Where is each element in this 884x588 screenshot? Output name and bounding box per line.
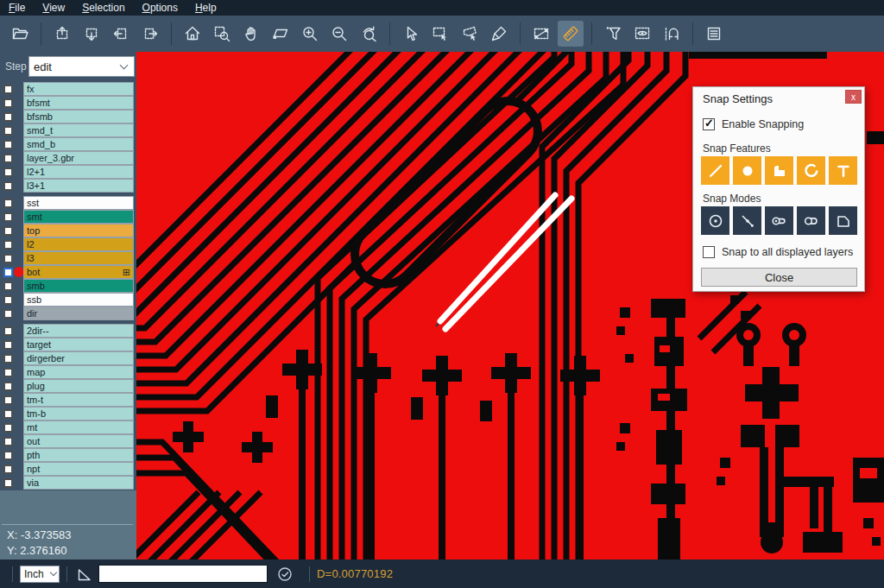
unit-select[interactable]: Inch: [20, 566, 60, 583]
layer-checkbox[interactable]: [3, 85, 13, 94]
layer-checkbox[interactable]: [3, 478, 13, 488]
layer-name-bar[interactable]: tm-t: [24, 394, 133, 407]
layer-checkbox[interactable]: [3, 140, 13, 149]
angle-tool-icon[interactable]: [76, 566, 93, 583]
layer-checkbox[interactable]: [3, 281, 13, 291]
zoom-window-icon[interactable]: [209, 21, 235, 47]
layer-row-mt[interactable]: mt: [0, 420, 136, 434]
snap-surface-button[interactable]: [765, 156, 793, 185]
zoom-selection-icon[interactable]: [268, 21, 294, 47]
mode-pad-entry-button[interactable]: [765, 206, 793, 235]
layer-checkbox[interactable]: [3, 368, 13, 377]
menu-file[interactable]: File: [0, 1, 34, 15]
layer-checkbox[interactable]: [3, 226, 13, 236]
layer-checkbox[interactable]: [3, 126, 13, 136]
mode-center-button[interactable]: [701, 206, 729, 235]
layer-checkbox[interactable]: [3, 326, 13, 336]
scroll-up-icon[interactable]: [49, 21, 75, 47]
layer-checkbox[interactable]: [3, 437, 13, 446]
layer-name-bar[interactable]: out: [24, 435, 133, 448]
layer-row-smt[interactable]: smt: [0, 210, 136, 224]
layer-checkbox[interactable]: [3, 465, 13, 474]
select-pointer-icon[interactable]: [398, 21, 424, 47]
layer-name-bar[interactable]: smd_b: [24, 138, 133, 151]
layer-name-bar[interactable]: bfsmb: [24, 111, 133, 123]
enable-snapping-checkbox[interactable]: [703, 118, 715, 130]
layer-name-bar[interactable]: via: [24, 477, 133, 490]
layer-name-bar[interactable]: sst: [24, 197, 133, 210]
layer-checkbox[interactable]: [3, 423, 13, 433]
snap-text-button[interactable]: [829, 156, 857, 185]
grid-icon[interactable]: ⊞: [123, 268, 130, 276]
menu-view[interactable]: View: [34, 1, 73, 15]
snap-circle-button[interactable]: [733, 156, 761, 185]
filter-icon[interactable]: [600, 21, 626, 47]
snap-arc-button[interactable]: [797, 156, 825, 185]
layer-name-bar[interactable]: l3: [24, 252, 133, 265]
layer-row-sst[interactable]: sst: [0, 196, 136, 210]
layer-name-bar[interactable]: 2dir--: [24, 325, 133, 338]
layer-row-layer_3.gbr[interactable]: layer_3.gbr: [0, 151, 136, 165]
layer-name-bar[interactable]: fx: [24, 83, 133, 96]
mode-pad-button[interactable]: [797, 206, 825, 235]
layer-name-bar[interactable]: mt: [24, 421, 133, 434]
layer-row-bot[interactable]: bot⊞: [0, 265, 136, 279]
layer-row-tm-b[interactable]: tm-b: [0, 407, 136, 420]
layer-checkbox[interactable]: [3, 181, 13, 191]
layer-checkbox[interactable]: [3, 212, 13, 222]
layer-name-bar[interactable]: bot⊞: [24, 266, 133, 279]
open-file-icon[interactable]: [7, 21, 33, 47]
layer-name-bar[interactable]: tm-b: [24, 408, 133, 420]
layer-checkbox[interactable]: [3, 382, 13, 391]
layer-row-bfsmb[interactable]: bfsmb: [0, 110, 136, 123]
pan-hand-icon[interactable]: [238, 21, 264, 47]
layer-checkbox[interactable]: [3, 112, 13, 122]
measure-ruler-icon[interactable]: [558, 21, 584, 47]
scroll-right-icon[interactable]: [137, 21, 163, 47]
layer-row-pth[interactable]: pth: [0, 448, 136, 462]
zoom-in-icon[interactable]: [297, 21, 323, 47]
layer-checkbox[interactable]: [3, 199, 13, 208]
layer-checkbox[interactable]: [3, 409, 13, 419]
layer-checkbox[interactable]: [3, 254, 13, 263]
layer-name-bar[interactable]: dirgerber: [24, 352, 133, 365]
layer-checkbox[interactable]: [3, 295, 13, 305]
layer-row-dirgerber[interactable]: dirgerber: [0, 351, 136, 365]
layer-name-bar[interactable]: dir: [24, 307, 133, 320]
measure-input[interactable]: [98, 565, 268, 583]
layer-row-l3[interactable]: l3: [0, 251, 136, 265]
report-icon[interactable]: [701, 21, 727, 47]
clean-brush-icon[interactable]: [486, 21, 512, 47]
layer-row-tm-t[interactable]: tm-t: [0, 393, 136, 407]
layer-name-bar[interactable]: smt: [24, 211, 133, 224]
layer-row-smb[interactable]: smb: [0, 279, 136, 293]
layer-name-bar[interactable]: smd_t: [24, 124, 133, 137]
layer-checkbox[interactable]: [3, 240, 13, 250]
menu-help[interactable]: Help: [186, 1, 225, 15]
layer-checkbox[interactable]: [3, 154, 13, 163]
layer-name-bar[interactable]: l2: [24, 238, 133, 251]
layer-checkbox[interactable]: [3, 168, 13, 177]
scroll-left-icon[interactable]: [108, 21, 134, 47]
select-polygon-icon[interactable]: [457, 21, 483, 47]
layer-row-l3+1[interactable]: l3+1: [0, 179, 136, 193]
mode-line-point-button[interactable]: [733, 206, 761, 235]
layer-checkbox[interactable]: [3, 451, 13, 460]
select-rectangle-icon[interactable]: [427, 21, 453, 47]
layer-name-bar[interactable]: l2+1: [24, 166, 133, 179]
layer-row-smd_b[interactable]: smd_b: [0, 137, 136, 151]
layer-name-bar[interactable]: layer_3.gbr: [24, 152, 133, 165]
snap-icon[interactable]: [659, 21, 685, 47]
layer-checkbox[interactable]: [3, 354, 13, 364]
dialog-close-button[interactable]: x: [845, 90, 862, 104]
layer-checkbox[interactable]: [3, 309, 13, 319]
home-view-icon[interactable]: [180, 21, 205, 47]
layer-row-2dir--[interactable]: 2dir--: [0, 324, 136, 338]
layer-row-l2[interactable]: l2: [0, 237, 136, 251]
layer-name-bar[interactable]: bfsmt: [24, 97, 133, 110]
layer-row-out[interactable]: out: [0, 434, 136, 448]
layer-checkbox[interactable]: [3, 268, 13, 277]
mode-polygon-button[interactable]: [829, 206, 857, 235]
layer-name-bar[interactable]: target: [24, 338, 133, 351]
all-layers-checkbox[interactable]: [703, 246, 715, 258]
